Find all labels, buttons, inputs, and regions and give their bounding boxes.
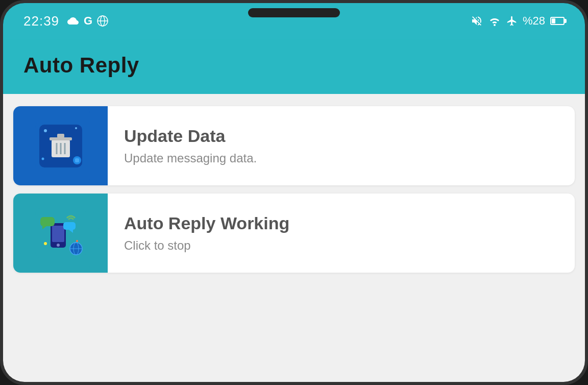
svg-marker-17 [88, 106, 101, 185]
svg-point-27 [76, 240, 78, 242]
auto-reply-working-card[interactable]: Auto Reply Working Click to stop [13, 194, 575, 273]
svg-point-21 [57, 244, 60, 247]
wifi-icon [488, 16, 501, 26]
battery-percent: %28 [523, 14, 545, 28]
battery-icon [550, 17, 565, 25]
cloud-icon [65, 16, 80, 26]
update-data-title: Update Data [124, 126, 558, 146]
auto-reply-working-icon [35, 208, 86, 259]
svg-point-14 [41, 157, 44, 160]
card1-arrow [88, 106, 108, 185]
google-icon: G [84, 14, 92, 28]
svg-rect-11 [57, 134, 64, 138]
page-title: Auto Reply [23, 53, 565, 78]
status-left: 22:39 G [23, 13, 109, 29]
app-header: Auto Reply [3, 39, 585, 94]
phone-frame: 22:39 G [0, 0, 588, 385]
svg-rect-24 [63, 222, 76, 230]
update-data-card[interactable]: Update Data Update messaging data. [13, 106, 575, 185]
svg-rect-20 [52, 226, 64, 242]
update-data-text: Update Data Update messaging data. [108, 114, 575, 178]
status-time: 22:39 [23, 13, 59, 29]
app-content: Update Data Update messaging data. [3, 94, 585, 382]
svg-point-3 [494, 24, 496, 26]
update-data-subtitle: Update messaging data. [124, 151, 558, 165]
status-icons-left: G [65, 14, 109, 28]
globe-icon [96, 15, 109, 27]
auto-reply-working-subtitle: Click to stop [124, 238, 558, 253]
svg-marker-31 [88, 194, 101, 273]
airplane-icon [506, 15, 518, 27]
update-data-icon [35, 121, 86, 172]
auto-reply-working-text: Auto Reply Working Click to stop [108, 201, 575, 265]
svg-point-12 [44, 129, 47, 132]
phone-notch [248, 8, 340, 17]
status-right: %28 [471, 14, 565, 28]
svg-point-13 [75, 127, 77, 129]
auto-reply-icon-wrapper [13, 194, 108, 273]
auto-reply-working-title: Auto Reply Working [124, 213, 558, 233]
svg-rect-16 [75, 158, 79, 162]
card2-arrow [88, 194, 108, 273]
mute-icon [471, 15, 483, 27]
svg-point-26 [44, 242, 47, 245]
svg-rect-22 [40, 217, 55, 226]
update-data-icon-wrapper [13, 106, 108, 185]
